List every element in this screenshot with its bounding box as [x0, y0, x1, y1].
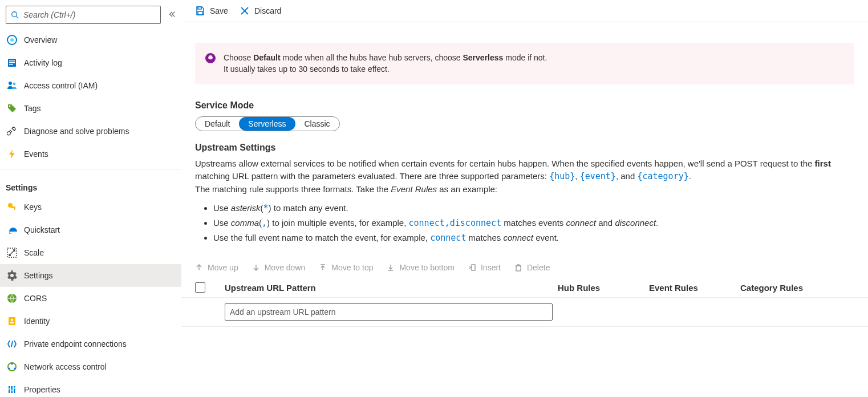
nav-network-access-control[interactable]: Network access control — [0, 355, 181, 378]
nav-overview[interactable]: Overview — [0, 29, 181, 51]
nav-label: Scale — [24, 248, 44, 257]
col-hub-rules: Hub Rules — [558, 283, 649, 293]
table-toolbar: Move up Move down Move to top Move to bo… — [181, 257, 868, 278]
save-icon — [195, 6, 205, 16]
nav-label: Private endpoint connections — [24, 339, 127, 349]
nav-diagnose[interactable]: Diagnose and solve problems — [0, 120, 181, 143]
nav-quickstart[interactable]: Quickstart — [0, 218, 181, 241]
upstream-title: Upstream Settings — [181, 143, 868, 153]
nav-label: Diagnose and solve problems — [24, 127, 129, 136]
arrow-down-icon — [252, 264, 260, 272]
cors-icon — [7, 293, 17, 303]
arrow-top-icon — [319, 264, 327, 272]
movetop-button[interactable]: Move to top — [319, 263, 373, 272]
search-row — [0, 6, 181, 29]
table-header: Upstream URL Pattern Hub Rules Event Rul… — [181, 278, 868, 298]
diagnose-icon — [7, 126, 17, 136]
discard-label: Discard — [254, 6, 281, 15]
svg-point-21 — [9, 368, 10, 370]
pec-icon — [7, 339, 17, 349]
svg-point-3 — [10, 38, 14, 42]
nac-icon — [7, 362, 17, 372]
nav-private-endpoint[interactable]: Private endpoint connections — [0, 333, 181, 355]
discard-button[interactable]: Discard — [240, 6, 281, 16]
keys-icon — [7, 202, 17, 212]
pill-default[interactable]: Default — [196, 117, 239, 131]
bullet-3: Use the full event name to match the eve… — [213, 231, 854, 245]
overview-icon — [7, 35, 17, 45]
main: Save Discard Choose Default mode when al… — [181, 0, 868, 397]
events-icon — [7, 149, 17, 159]
save-label: Save — [210, 6, 228, 15]
nav-label: Access control (IAM) — [24, 81, 98, 90]
delete-button[interactable]: Delete — [514, 263, 550, 272]
identity-icon — [7, 316, 17, 326]
pill-serverless[interactable]: Serverless — [239, 117, 295, 131]
nav-activity-log[interactable]: Activity log — [0, 51, 181, 74]
pill-classic[interactable]: Classic — [295, 117, 339, 131]
url-pattern-input[interactable] — [225, 303, 553, 321]
col-category-rules: Category Rules — [740, 283, 854, 293]
content: Choose Default mode when all the hubs ha… — [181, 22, 868, 341]
svg-rect-25 — [14, 386, 15, 393]
moveup-button[interactable]: Move up — [195, 263, 238, 272]
svg-rect-28 — [14, 387, 15, 389]
insert-icon — [468, 264, 476, 272]
nav-settings-item[interactable]: Settings — [0, 264, 181, 287]
delete-icon — [514, 264, 522, 272]
rocket-icon — [205, 53, 216, 63]
svg-point-9 — [13, 83, 15, 85]
svg-point-10 — [9, 106, 11, 107]
nav-events[interactable]: Events — [0, 143, 181, 165]
nav-label: Overview — [24, 35, 57, 44]
activity-log-icon — [7, 58, 17, 68]
save-button[interactable]: Save — [195, 6, 228, 16]
svg-line-1 — [17, 17, 19, 19]
nav-properties[interactable]: Properties — [0, 378, 181, 397]
nav-label: Events — [24, 149, 48, 159]
svg-rect-5 — [9, 60, 15, 62]
nav-label: Settings — [24, 271, 53, 280]
nav-label: Tags — [24, 104, 41, 113]
bullet-2: Use comma(,) to join multiple events, fo… — [213, 216, 854, 230]
nav-label: Quickstart — [24, 225, 60, 234]
discard-icon — [240, 6, 250, 16]
nav-cors[interactable]: CORS — [0, 287, 181, 310]
movedown-button[interactable]: Move down — [252, 263, 306, 272]
tags-icon — [7, 103, 17, 114]
svg-rect-7 — [9, 64, 13, 65]
toolbar: Save Discard — [181, 0, 868, 22]
nav-main: Overview Activity log Access control (IA… — [0, 29, 181, 165]
svg-point-17 — [11, 319, 13, 321]
select-all-checkbox[interactable] — [195, 282, 205, 293]
nav-scale[interactable]: Scale — [0, 241, 181, 264]
arrow-up-icon — [195, 264, 203, 272]
scale-icon — [7, 248, 17, 258]
arrow-bottom-icon — [387, 264, 395, 272]
gear-icon — [7, 270, 17, 281]
col-event-rules: Event Rules — [649, 283, 740, 293]
sidebar: Overview Activity log Access control (IA… — [0, 0, 181, 397]
collapse-sidebar-icon[interactable] — [168, 10, 176, 20]
svg-point-0 — [12, 12, 17, 17]
nav-label: Keys — [24, 202, 42, 212]
nav-label: Network access control — [24, 362, 107, 371]
svg-line-18 — [11, 341, 13, 347]
svg-point-8 — [9, 82, 12, 85]
nav-keys[interactable]: Keys — [0, 196, 181, 218]
nav-divider — [0, 169, 181, 169]
movebottom-button[interactable]: Move to bottom — [387, 263, 455, 272]
search-box[interactable] — [6, 6, 161, 24]
svg-rect-6 — [9, 62, 15, 63]
insert-button[interactable]: Insert — [468, 263, 501, 272]
svg-rect-40 — [516, 266, 521, 271]
search-icon — [11, 11, 19, 19]
service-mode-pills: Default Serverless Classic — [195, 116, 340, 131]
nav-access-control[interactable]: Access control (IAM) — [0, 74, 181, 97]
col-url: Upstream URL Pattern — [225, 283, 558, 293]
properties-icon — [7, 384, 17, 395]
search-input[interactable] — [23, 10, 156, 19]
nav-tags[interactable]: Tags — [0, 97, 181, 120]
nav-section-settings: Settings — [0, 173, 181, 196]
nav-identity[interactable]: Identity — [0, 310, 181, 333]
